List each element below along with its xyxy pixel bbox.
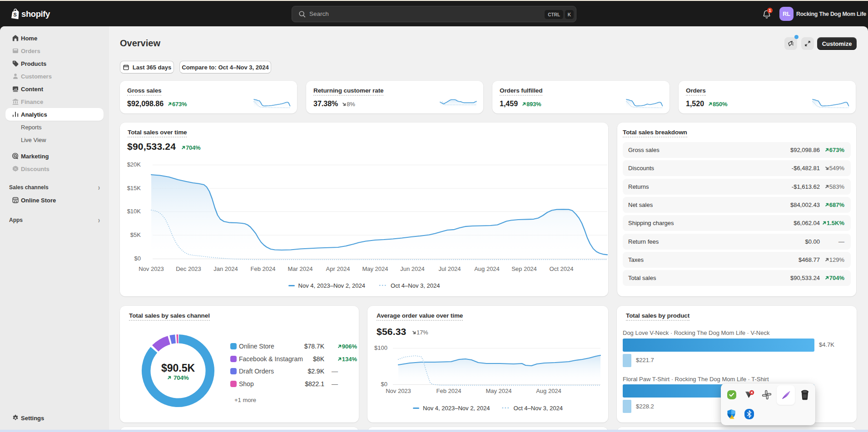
- svg-text:S: S: [13, 12, 17, 18]
